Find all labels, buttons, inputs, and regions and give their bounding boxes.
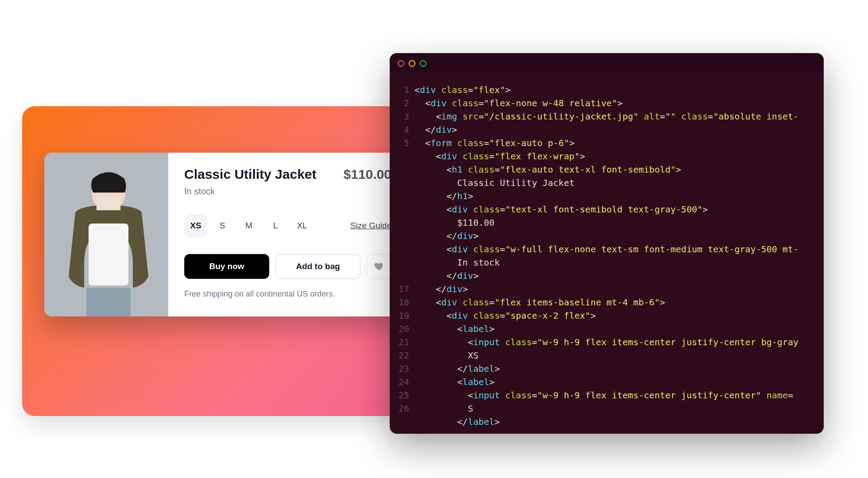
model-illustration	[44, 153, 168, 316]
size-option-s[interactable]: S	[211, 214, 234, 237]
code-line: </div>	[415, 123, 798, 136]
code-line: <form class="flex-auto p-6">	[415, 136, 798, 150]
line-number: 5	[390, 136, 409, 150]
line-number: 21	[390, 335, 409, 349]
code-line: XS	[415, 349, 798, 362]
line-number	[390, 243, 409, 256]
code-content: <div class="flex"> <div class="flex-none…	[415, 74, 798, 434]
code-editor[interactable]: 1234517181920212223242526 <div class="fl…	[390, 74, 824, 434]
buy-now-button[interactable]: Buy now	[184, 254, 269, 279]
code-line: <input class="w-9 h-9 flex items-center …	[415, 389, 798, 402]
code-line: <img src="/classic-utility-jacket.jpg" a…	[415, 110, 798, 123]
size-guide-link[interactable]: Size Guide	[350, 221, 391, 231]
close-icon[interactable]	[398, 60, 404, 67]
size-option-xl[interactable]: XL	[291, 214, 314, 237]
product-price: $110.00	[344, 167, 391, 182]
line-number: 26	[390, 402, 409, 415]
code-line: <div class="flex flex-wrap">	[415, 150, 798, 163]
line-number	[390, 176, 409, 189]
size-option-m[interactable]: M	[237, 214, 260, 237]
product-body: Classic Utility Jacket $110.00 In stock …	[168, 153, 407, 316]
code-line: </label>	[415, 415, 798, 428]
line-number	[390, 256, 409, 269]
svg-rect-3	[89, 224, 128, 285]
line-number	[390, 163, 409, 176]
code-line: </div>	[415, 269, 798, 282]
size-row: XSSMLXL Size Guide	[184, 214, 391, 237]
code-line: <h1 class="flex-auto text-xl font-semibo…	[415, 163, 798, 176]
code-line: Classic Utility Jacket	[415, 176, 798, 189]
heart-icon	[374, 261, 384, 272]
line-number	[390, 189, 409, 203]
line-number: 17	[390, 282, 409, 296]
line-number: 24	[390, 375, 409, 389]
code-line: <div class="flex items-baseline mt-4 mb-…	[415, 296, 798, 309]
code-line: <div class="flex">	[415, 83, 798, 96]
line-number	[390, 269, 409, 282]
line-gutter: 1234517181920212223242526	[390, 74, 415, 434]
code-line: </h1>	[415, 189, 798, 203]
code-line: <label>	[415, 322, 798, 335]
product-card: Classic Utility Jacket $110.00 In stock …	[44, 153, 407, 316]
line-number: 20	[390, 322, 409, 335]
add-to-bag-button[interactable]: Add to bag	[275, 254, 360, 279]
maximize-icon[interactable]	[420, 60, 426, 67]
code-line: <div class="text-xl font-semibold text-g…	[415, 203, 798, 216]
svg-rect-4	[86, 288, 131, 316]
line-number: 22	[390, 349, 409, 362]
code-line: S	[415, 402, 798, 415]
size-option-l[interactable]: L	[264, 214, 287, 237]
code-window: 1234517181920212223242526 <div class="fl…	[390, 53, 824, 434]
size-option-xs[interactable]: XS	[184, 214, 207, 237]
line-number: 25	[390, 389, 409, 402]
line-number	[390, 203, 409, 216]
code-line: <label>	[415, 375, 798, 389]
code-line: <div class="flex-none w-48 relative">	[415, 96, 798, 110]
line-number: 1	[390, 83, 409, 96]
line-number	[390, 216, 409, 229]
line-number: 2	[390, 96, 409, 110]
code-line: $110.00	[415, 216, 798, 229]
stock-status: In stock	[184, 186, 391, 197]
window-titlebar	[390, 53, 824, 74]
shipping-note: Free shipping on all continental US orde…	[184, 289, 391, 299]
minimize-icon[interactable]	[409, 60, 415, 67]
code-line: <div class="w-full flex-none text-sm fon…	[415, 243, 798, 256]
line-number: 19	[390, 309, 409, 322]
code-line: </label>	[415, 362, 798, 375]
line-number: 3	[390, 110, 409, 123]
code-line: <div class="space-x-2 flex">	[415, 309, 798, 322]
product-image	[44, 153, 168, 316]
code-line: </div>	[415, 282, 798, 296]
line-number	[390, 150, 409, 163]
code-line: In stock	[415, 256, 798, 269]
wishlist-button[interactable]	[367, 254, 391, 279]
product-title: Classic Utility Jacket	[184, 167, 317, 182]
line-number: 18	[390, 296, 409, 309]
code-line: </div>	[415, 229, 798, 243]
size-options: XSSMLXL	[184, 214, 314, 237]
code-line: <input class="w-9 h-9 flex items-center …	[415, 335, 798, 349]
line-number: 23	[390, 362, 409, 375]
line-number: 4	[390, 123, 409, 136]
line-number	[390, 229, 409, 243]
